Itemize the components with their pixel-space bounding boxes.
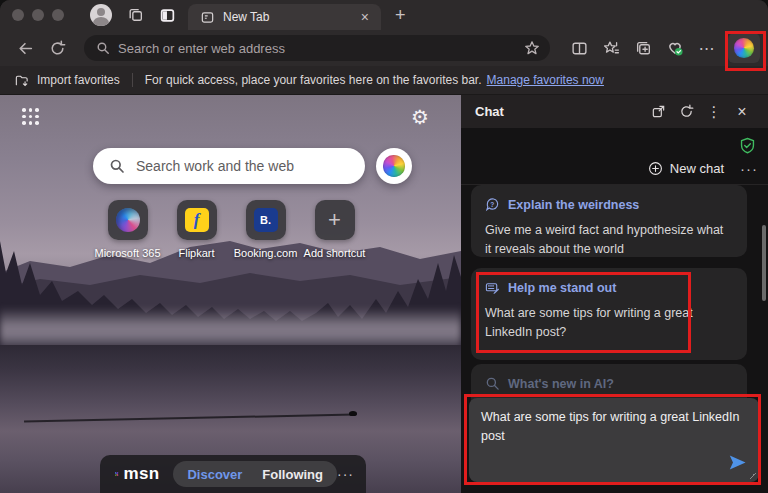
new-tab-button[interactable]: + <box>395 6 406 24</box>
sidebar-scrollbar[interactable] <box>762 225 766 301</box>
flipkart-icon: f <box>185 208 209 232</box>
search-icon <box>109 158 125 174</box>
chat-panel: New chat ··· ? Explain the weirdness Giv… <box>461 128 768 493</box>
address-placeholder: Search or enter web address <box>118 41 524 56</box>
copilot-icon <box>383 155 405 177</box>
workspaces-icon[interactable] <box>126 6 144 24</box>
send-icon[interactable] <box>725 450 749 474</box>
refresh-sidebar-icon[interactable] <box>674 100 698 124</box>
tab-discover[interactable]: Discover <box>177 467 252 482</box>
zoom-window-button[interactable] <box>52 9 64 21</box>
plus-icon: + <box>328 209 341 231</box>
protected-shield-icon[interactable] <box>739 137 756 154</box>
new-chat-button[interactable]: New chat <box>648 161 724 176</box>
msn-more-icon[interactable]: ··· <box>337 466 354 482</box>
shortcut-flipkart[interactable]: f Flipkart <box>162 200 231 259</box>
search-placeholder: Search work and the web <box>136 158 294 174</box>
resize-grip[interactable] <box>749 472 756 479</box>
divider <box>132 73 133 87</box>
navigation-toolbar: Search or enter web address <box>0 30 768 66</box>
favorites-bar: Import favorites For quick access, place… <box>0 66 768 95</box>
search-icon <box>96 41 110 55</box>
shortcut-add[interactable]: + Add shortcut <box>300 200 369 259</box>
import-favorites-icon <box>14 73 29 88</box>
chat-input[interactable]: What are some tips for writing a great L… <box>469 398 759 482</box>
app-launcher-icon[interactable] <box>22 108 40 126</box>
shortcut-microsoft-365[interactable]: Microsoft 365 <box>93 200 162 259</box>
tab-layout-icon[interactable] <box>158 6 176 24</box>
import-favorites-button[interactable]: Import favorites <box>37 73 120 87</box>
close-sidebar-icon[interactable]: × <box>730 100 754 124</box>
copilot-search-button[interactable] <box>376 148 412 184</box>
suggestion-card-explain-weirdness[interactable]: ? Explain the weirdness Give me a weird … <box>471 185 747 257</box>
favorites-icon[interactable] <box>598 35 624 61</box>
settings-menu-icon[interactable]: ⋯ <box>694 35 720 61</box>
new-chat-label: New chat <box>670 161 724 176</box>
copilot-sidebar: Chat ⋮ × <box>461 95 768 493</box>
refresh-icon[interactable] <box>44 35 70 61</box>
microsoft-365-icon <box>116 208 140 232</box>
favorite-star-icon[interactable] <box>524 40 540 56</box>
svg-text:?: ? <box>490 201 494 208</box>
web-search-input[interactable]: Search work and the web <box>93 148 365 184</box>
tab-favicon <box>200 10 215 25</box>
browser-essentials-icon[interactable] <box>662 35 688 61</box>
page-settings-gear-icon[interactable]: ⚙ <box>406 103 434 131</box>
sidebar-header: Chat ⋮ × <box>461 95 768 128</box>
copilot-toolbar-button[interactable] <box>728 33 760 63</box>
msn-logo-text: msn <box>124 464 160 484</box>
profile-avatar[interactable] <box>90 4 112 26</box>
plus-circle-icon <box>648 161 663 176</box>
chat-input-text: What are some tips for writing a great L… <box>481 410 739 443</box>
copilot-icon <box>734 38 754 58</box>
tab-new-tab[interactable]: New Tab × <box>188 4 381 30</box>
sidebar-more-icon[interactable]: ⋮ <box>702 100 726 124</box>
booking-icon: B. <box>254 208 278 232</box>
suggestion-card-help-me-stand-out[interactable]: Help me stand out What are some tips for… <box>471 268 747 360</box>
tab-close-icon[interactable]: × <box>357 8 373 26</box>
quick-links: Microsoft 365 f Flipkart B. Booking.com … <box>93 200 369 259</box>
tab-following[interactable]: Following <box>252 467 333 482</box>
msn-feed-tabs: Discover Following <box>173 461 337 487</box>
duck <box>349 411 357 416</box>
title-bar: New Tab × + <box>0 0 768 30</box>
compose-keyboard-icon <box>485 280 500 295</box>
shortcut-booking[interactable]: B. Booking.com <box>231 200 300 259</box>
browser-window: New Tab × + Search or enter web address <box>0 0 768 493</box>
msn-logo-icon <box>114 464 120 484</box>
open-in-new-window-icon[interactable] <box>646 100 670 124</box>
collections-icon[interactable] <box>630 35 656 61</box>
chat-question-icon: ? <box>485 197 500 212</box>
new-tab-page: ⚙ Search work and the web Microsoft 365 <box>0 95 461 493</box>
search-icon <box>485 376 500 391</box>
back-icon[interactable] <box>12 35 38 61</box>
favorites-hint-text: For quick access, place your favorites h… <box>145 73 482 87</box>
sidebar-title: Chat <box>475 104 642 119</box>
manage-favorites-link[interactable]: Manage favorites now <box>487 73 604 87</box>
chat-options-icon[interactable]: ··· <box>740 160 758 177</box>
minimize-window-button[interactable] <box>32 9 44 21</box>
address-bar[interactable]: Search or enter web address <box>84 35 550 61</box>
msn-feed-bar: msn Discover Following ··· <box>100 455 366 493</box>
split-screen-icon[interactable] <box>566 35 592 61</box>
tab-title: New Tab <box>223 10 357 24</box>
close-window-button[interactable] <box>12 9 24 21</box>
